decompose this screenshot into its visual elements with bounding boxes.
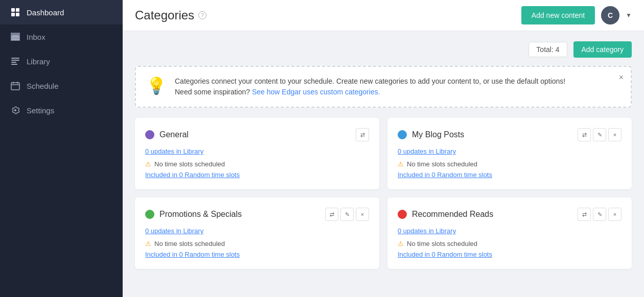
card-header: Recommended Reads ⇄ ✎ × [398,208,622,221]
color-dot-recommended-reads [398,210,407,219]
no-slots-text-recommended-reads: No time slots scheduled [407,240,477,247]
sidebar: Dashboard Inbox Library Schedule Setting… [0,0,123,297]
settings-icon [10,105,20,115]
updates-link-general[interactable]: 0 updates in Library [145,147,369,155]
library-icon [10,56,20,66]
header-right: Add new content C ▼ [521,6,632,24]
sidebar-label-settings: Settings [27,106,54,115]
sidebar-label-schedule: Schedule [27,82,59,90]
info-text-2: Need some inspiration? [175,88,250,96]
sidebar-label-library: Library [27,57,50,66]
card-actions-general: ⇄ [356,128,369,141]
updates-link-my-blog-posts[interactable]: 0 updates in Library [398,147,622,155]
shuffle-button-general[interactable]: ⇄ [356,128,369,141]
card-header: General ⇄ [145,128,369,141]
edit-button-my-blog-posts[interactable]: ✎ [593,128,606,141]
card-title-row: Promotions & Specials [145,210,242,219]
edit-button-promotions-specials[interactable]: ✎ [340,208,354,221]
svg-rect-0 [11,8,15,12]
random-link-promotions-specials[interactable]: Included in 0 Random time slots [145,251,240,258]
avatar[interactable]: C [601,6,619,24]
sidebar-item-inbox[interactable]: Inbox [0,24,123,49]
card-header: Promotions & Specials ⇄ ✎ × [145,208,369,221]
shuffle-button-my-blog-posts[interactable]: ⇄ [578,128,591,141]
edit-button-recommended-reads[interactable]: ✎ [593,208,606,221]
svg-rect-6 [11,62,16,63]
warning-icon-promotions-specials: ⚠ [145,240,151,247]
shuffle-button-promotions-specials[interactable]: ⇄ [325,208,338,221]
card-title-recommended-reads: Recommended Reads [412,210,493,219]
card-status-my-blog-posts: ⚠ No time slots scheduled [398,160,622,168]
sidebar-label-inbox: Inbox [27,33,45,41]
info-banner: 💡 Categories connect your content to you… [135,66,632,108]
warning-icon-recommended-reads: ⚠ [398,240,404,247]
card-header: My Blog Posts ⇄ ✎ × [398,128,622,141]
card-status-promotions-specials: ⚠ No time slots scheduled [145,240,369,247]
sidebar-item-dashboard[interactable]: Dashboard [0,0,123,24]
info-banner-text: Categories connect your content to your … [175,76,565,97]
card-title-row: General [145,130,189,139]
category-card-general: General ⇄ 0 updates in Library ⚠ No time… [135,118,379,189]
add-category-button[interactable]: Add category [573,41,632,58]
no-slots-text-general: No time slots scheduled [154,160,225,168]
sidebar-item-schedule[interactable]: Schedule [0,73,123,98]
card-title-row: Recommended Reads [398,210,493,219]
info-banner-close-button[interactable]: × [619,73,624,82]
info-banner-link[interactable]: See how Edgar uses custom categories. [252,88,380,96]
page-title: Categories [135,8,194,22]
page-header: Categories ? Add new content C ▼ [123,0,644,31]
svg-rect-4 [11,58,19,59]
warning-icon-my-blog-posts: ⚠ [398,160,404,168]
delete-button-recommended-reads[interactable]: × [608,208,622,221]
delete-button-promotions-specials[interactable]: × [356,208,369,221]
random-link-my-blog-posts[interactable]: Included in 0 Random time slots [398,171,492,179]
card-title-my-blog-posts: My Blog Posts [412,130,464,139]
card-actions-promotions-specials: ⇄ ✎ × [325,208,369,221]
card-title-general: General [159,130,189,139]
add-new-content-button[interactable]: Add new content [521,6,595,24]
card-status-general: ⚠ No time slots scheduled [145,160,369,168]
sub-header: Total: 4 Add category [135,41,632,58]
card-actions-my-blog-posts: ⇄ ✎ × [578,128,622,141]
svg-rect-1 [16,8,19,12]
svg-rect-7 [11,64,17,65]
card-title-row: My Blog Posts [398,130,464,139]
card-title-promotions-specials: Promotions & Specials [159,210,242,219]
color-dot-my-blog-posts [398,130,407,139]
main-content: Categories ? Add new content C ▼ Total: … [123,0,644,297]
inbox-icon [10,32,20,42]
info-text-1: Categories connect your content to your … [175,77,565,85]
category-card-recommended-reads: Recommended Reads ⇄ ✎ × 0 updates in Lib… [387,197,632,269]
svg-rect-5 [11,60,19,61]
help-icon[interactable]: ? [198,11,206,19]
shuffle-button-recommended-reads[interactable]: ⇄ [578,208,591,221]
no-slots-text-my-blog-posts: No time slots scheduled [407,160,477,168]
header-left: Categories ? [135,8,206,22]
svg-rect-3 [16,13,19,16]
color-dot-general [145,130,154,139]
no-slots-text-promotions-specials: No time slots scheduled [154,240,225,247]
schedule-icon [10,81,20,91]
sidebar-item-settings[interactable]: Settings [0,98,123,122]
color-dot-promotions-specials [145,210,154,219]
delete-button-my-blog-posts[interactable]: × [608,128,622,141]
svg-rect-2 [11,13,15,16]
svg-rect-8 [11,83,19,90]
sidebar-label-dashboard: Dashboard [27,8,64,17]
random-link-recommended-reads[interactable]: Included in 0 Random time slots [398,251,492,258]
content-area: Total: 4 Add category 💡 Categories conne… [123,31,644,297]
card-actions-recommended-reads: ⇄ ✎ × [578,208,622,221]
dashboard-icon [10,7,20,17]
random-link-general[interactable]: Included in 0 Random time slots [145,171,240,179]
updates-link-promotions-specials[interactable]: 0 updates in Library [145,227,369,235]
lightbulb-icon: 💡 [146,76,167,95]
warning-icon-general: ⚠ [145,160,151,168]
categories-grid: General ⇄ 0 updates in Library ⚠ No time… [135,118,632,269]
updates-link-recommended-reads[interactable]: 0 updates in Library [398,227,622,235]
total-badge: Total: 4 [528,42,567,57]
card-status-recommended-reads: ⚠ No time slots scheduled [398,240,622,247]
user-dropdown-arrow[interactable]: ▼ [626,12,632,19]
category-card-promotions-specials: Promotions & Specials ⇄ ✎ × 0 updates in… [135,197,379,269]
category-card-my-blog-posts: My Blog Posts ⇄ ✎ × 0 updates in Library… [387,118,632,189]
sidebar-item-library[interactable]: Library [0,49,123,73]
